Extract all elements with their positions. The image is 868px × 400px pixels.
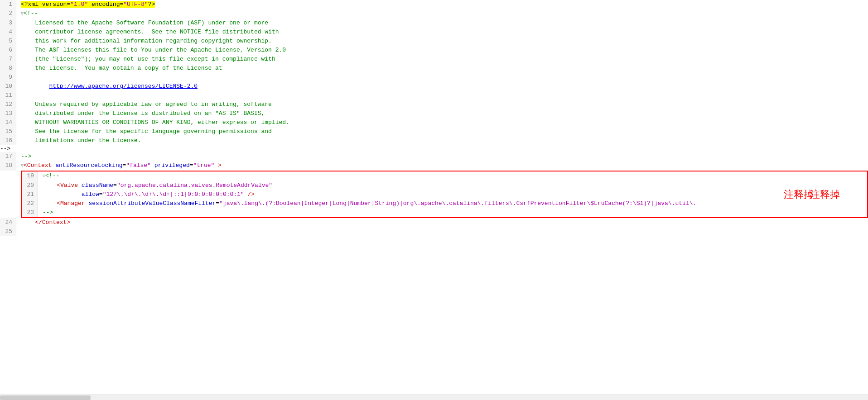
line-number-9: 9	[0, 73, 16, 82]
line-content-12: Unless required by applicable law or agr…	[16, 100, 868, 109]
code-line-2: 2 ▽<!--	[0, 9, 868, 19]
code-line-11: 11	[0, 91, 868, 100]
code-line-4: 4 contributor license agreements. See th…	[0, 28, 868, 37]
line-content-6: The ASF licenses this file to You under …	[16, 46, 868, 55]
line-number-19: 19	[22, 171, 38, 181]
editor-container: 1 <?xml version="1.0" encoding="UTF-8"?>…	[0, 0, 868, 400]
line-number-18: 18	[0, 161, 16, 171]
code-line-15: 15 See the License for the specific lang…	[0, 127, 868, 136]
code-line-6: 6 The ASF licenses this file to You unde…	[0, 46, 868, 55]
line-number-15: 15	[0, 127, 16, 136]
line-content-19: ▽<!--	[38, 171, 867, 181]
code-line-14: 14 WITHOUT WARRANTIES OR CONDITIONS OF A…	[0, 118, 868, 127]
line-content-3: Licensed to the Apache Software Foundati…	[16, 19, 868, 28]
code-line-25: 25	[0, 227, 868, 236]
line-content-25	[16, 227, 868, 236]
line-content-21: allow="127\.\d+\.\d+\.\d+|::1|0:0:0:0:0:…	[38, 190, 867, 199]
code-line-21: 21 allow="127\.\d+\.\d+\.\d+|::1|0:0:0:0…	[22, 190, 867, 199]
line-number-24: 24	[0, 218, 16, 227]
line-number-7: 7	[0, 55, 16, 64]
line-number-23: 23	[22, 208, 38, 217]
line-content-11	[16, 91, 868, 100]
code-line-20: 20 <Valve className="org.apache.catalina…	[22, 181, 867, 190]
code-line-12: 12 Unless required by applicable law or …	[0, 100, 868, 109]
line-number-6: 6	[0, 46, 16, 55]
line-content-10: http://www.apache.org/licenses/LICENSE-2…	[16, 82, 868, 91]
line-number-14: 14	[0, 118, 16, 127]
horizontal-scrollbar[interactable]	[0, 395, 868, 400]
line-number-11: 11	[0, 91, 16, 100]
line-content-4: contributor license agreements. See the …	[16, 28, 868, 37]
line-content-14: WITHOUT WARRANTIES OR CONDITIONS OF ANY …	[16, 118, 868, 127]
line-number-8: 8	[0, 64, 16, 73]
line-number-4: 4	[0, 28, 16, 37]
code-line-10: 10 http://www.apache.org/licenses/LICENS…	[0, 82, 868, 91]
line-number-22: 22	[22, 199, 38, 208]
line-number-12: 12	[0, 100, 16, 109]
line-number-3: 3	[0, 19, 16, 28]
line-content-15: See the License for the specific languag…	[16, 127, 868, 136]
line-number-25: 25	[0, 227, 16, 236]
line-number-10: 10	[0, 82, 16, 91]
line-content-8: the License. You may obtain a copy of th…	[16, 64, 868, 73]
code-area-after: 24 </Context> 25	[0, 218, 868, 236]
line-content-1: <?xml version="1.0" encoding="UTF-8"?>	[16, 0, 868, 9]
line-content-16: limitations under the License.	[16, 136, 868, 145]
code-line-3: 3 Licensed to the Apache Software Founda…	[0, 19, 868, 28]
code-line-1: 1 <?xml version="1.0" encoding="UTF-8"?>	[0, 0, 868, 9]
license-link[interactable]: http://www.apache.org/licenses/LICENSE-2…	[49, 83, 198, 90]
code-line-13: 13 distributed under the License is dist…	[0, 109, 868, 118]
line-number-1: 1	[0, 0, 16, 9]
code-line-19: 19 ▽<!--	[22, 171, 867, 181]
line-number-17: 17	[0, 152, 16, 161]
line-number-13: 13	[0, 109, 16, 118]
line-content-17: -->	[16, 152, 868, 161]
line-number-16: 16	[0, 136, 16, 145]
line-content-24: </Context>	[16, 218, 868, 227]
line-content-23: -->	[38, 208, 867, 217]
line-content-18: ▽<Context antiResourceLocking="false" pr…	[16, 161, 868, 171]
line-content-2: ▽<!--	[16, 9, 868, 19]
code-line-18: 18 ▽<Context antiResourceLocking="false"…	[0, 161, 868, 171]
code-line-5: 5 this work for additional information r…	[0, 37, 868, 46]
code-line-17: 17 -->	[0, 152, 868, 161]
code-line-23: 23 -->	[22, 208, 867, 217]
code-line-24: 24 </Context>	[0, 218, 868, 227]
line-number-2: 2	[0, 9, 16, 19]
scrollbar-thumb[interactable]	[0, 395, 91, 400]
line-content-20: <Valve className="org.apache.catalina.va…	[38, 181, 867, 190]
code-line-16: 16 limitations under the License.	[0, 136, 868, 145]
line-content-22: <Manager sessionAttributeValueClassNameF…	[38, 199, 867, 208]
line-content-13: distributed under the License is distrib…	[16, 109, 868, 118]
line-number-5: 5	[0, 37, 16, 46]
line-number-21: 21	[22, 190, 38, 199]
highlighted-section: 注释掉 注释掉 19 ▽<!-- 20 <Valve className="or…	[0, 171, 868, 218]
red-border-box: 注释掉 19 ▽<!-- 20 <Valve className="org.ap…	[21, 171, 868, 218]
code-line-22: 22 <Manager sessionAttributeValueClassNa…	[22, 199, 867, 208]
code-line-7: 7 (the "License"); you may not use this …	[0, 55, 868, 64]
line-content-7: (the "License"); you may not use this fi…	[16, 55, 868, 64]
line-number-20: 20	[22, 181, 38, 190]
code-area: 1 <?xml version="1.0" encoding="UTF-8"?>…	[0, 0, 868, 171]
code-line-8: 8 the License. You may obtain a copy of …	[0, 64, 868, 73]
code-line-9: 9	[0, 73, 868, 82]
line-content-9	[16, 73, 868, 82]
line-content-5: this work for additional information reg…	[16, 37, 868, 46]
